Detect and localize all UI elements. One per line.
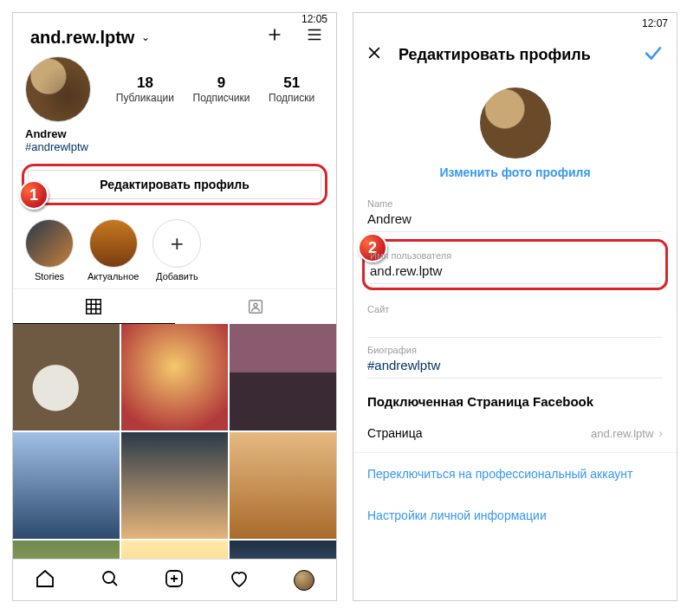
callout-2: 2 Имя пользователя and.rew.lptw bbox=[362, 239, 668, 290]
close-icon[interactable] bbox=[366, 44, 383, 65]
stat-following[interactable]: 51 Подписки bbox=[269, 74, 314, 104]
avatar[interactable] bbox=[480, 87, 551, 159]
edit-header: Редактировать профиль bbox=[353, 34, 677, 75]
post-thumb[interactable] bbox=[230, 432, 336, 539]
svg-point-3 bbox=[254, 303, 257, 307]
change-photo-link[interactable]: Изменить фото профиля bbox=[353, 165, 677, 191]
home-icon[interactable] bbox=[35, 568, 55, 592]
fb-section-header: Подключенная Страница Facebook bbox=[353, 379, 677, 414]
username[interactable]: and.rew.lptw bbox=[30, 28, 134, 48]
post-thumb[interactable] bbox=[121, 432, 228, 539]
edit-profile-button[interactable]: Редактировать профиль bbox=[28, 170, 321, 199]
bottom-nav bbox=[13, 559, 336, 600]
search-icon[interactable] bbox=[100, 568, 120, 592]
menu-icon[interactable] bbox=[305, 25, 324, 49]
bio-field[interactable]: Биография #andrewlptw bbox=[367, 338, 663, 379]
callout-1: Редактировать профиль 1 bbox=[22, 164, 327, 205]
bio: Andrew #andrewlptw bbox=[13, 124, 336, 159]
clock: 12:07 bbox=[642, 17, 668, 29]
profile-tabs bbox=[13, 288, 336, 324]
create-icon[interactable] bbox=[265, 25, 284, 49]
username-field[interactable]: Имя пользователя and.rew.lptw bbox=[370, 243, 660, 284]
chevron-down-icon[interactable]: ⌄ bbox=[141, 31, 150, 43]
chevron-right-icon: › bbox=[658, 426, 663, 440]
tab-tagged[interactable] bbox=[175, 289, 337, 324]
svg-rect-1 bbox=[87, 299, 101, 314]
name-field[interactable]: Name Andrew bbox=[367, 191, 663, 232]
post-thumb[interactable] bbox=[13, 324, 120, 430]
highlight-actual[interactable]: Актуальное bbox=[88, 219, 139, 282]
status-bar: 12:05 bbox=[13, 13, 336, 25]
status-bar: 12:07 bbox=[353, 13, 677, 34]
website-field[interactable]: Сайт bbox=[367, 297, 663, 338]
activity-icon[interactable] bbox=[229, 568, 250, 592]
facebook-page-row[interactable]: Страница and.rew.lptw › bbox=[353, 414, 677, 453]
stat-posts[interactable]: 18 Публикации bbox=[116, 74, 174, 104]
profile-screen: 12:05 and.rew.lptw ⌄ 18 Публикации 9 Под… bbox=[12, 12, 337, 601]
callout-badge-1: 1 bbox=[19, 180, 49, 210]
personal-info-link[interactable]: Настройки личной информации bbox=[353, 495, 677, 536]
highlight-stories[interactable]: Stories bbox=[25, 219, 74, 282]
highlights-row: Stories Актуальное +Добавить bbox=[13, 210, 336, 288]
plus-icon: + bbox=[152, 219, 201, 268]
stats-row: 18 Публикации 9 Подписчики 51 Подписки bbox=[13, 49, 336, 124]
display-name: Andrew bbox=[25, 127, 324, 140]
switch-pro-link[interactable]: Переключиться на профессиональный аккаун… bbox=[353, 453, 677, 495]
post-thumb[interactable] bbox=[13, 432, 120, 539]
confirm-icon[interactable] bbox=[642, 42, 664, 68]
tab-grid[interactable] bbox=[13, 289, 175, 324]
bio-hashtag[interactable]: #andrewlptw bbox=[25, 140, 324, 153]
profile-header: and.rew.lptw ⌄ bbox=[13, 25, 336, 49]
new-post-icon[interactable] bbox=[164, 568, 185, 592]
edit-fields: Name Andrew 2 Имя пользователя and.rew.l… bbox=[353, 191, 677, 379]
clock: 12:05 bbox=[301, 13, 327, 25]
profile-icon[interactable] bbox=[294, 570, 314, 591]
edit-title: Редактировать профиль bbox=[399, 46, 591, 64]
post-thumb[interactable] bbox=[121, 324, 228, 430]
highlight-add[interactable]: +Добавить bbox=[152, 219, 201, 282]
stat-followers[interactable]: 9 Подписчики bbox=[193, 74, 250, 104]
post-thumb[interactable] bbox=[230, 324, 336, 430]
avatar[interactable] bbox=[25, 56, 91, 122]
edit-profile-screen: 12:07 Редактировать профиль Изменить фот… bbox=[353, 12, 677, 601]
